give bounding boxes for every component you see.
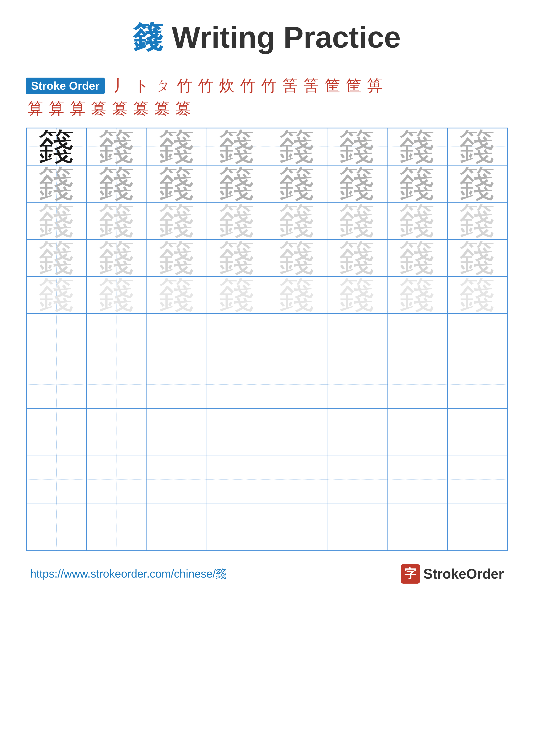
grid-cell[interactable]: 籛 — [27, 165, 87, 202]
practice-char: 籛 — [279, 240, 315, 276]
practice-char: 籛 — [399, 277, 436, 313]
practice-char: 籛 — [459, 240, 496, 276]
practice-grid: 籛 籛 籛 籛 籛 籛 籛 籛 籛 籛 籛 籛 籛 籛 籛 籛 — [26, 127, 508, 551]
grid-row-4: 籛 籛 籛 籛 籛 籛 籛 籛 — [27, 239, 507, 277]
grid-cell[interactable] — [327, 361, 387, 408]
grid-cell[interactable]: 籛 — [27, 128, 87, 165]
grid-cell[interactable]: 籛 — [327, 165, 387, 202]
practice-char: 籛 — [279, 166, 315, 202]
grid-cell[interactable] — [387, 361, 447, 408]
practice-char: 籛 — [339, 277, 375, 313]
grid-cell[interactable]: 籛 — [27, 202, 87, 239]
grid-cell[interactable]: 籛 — [387, 128, 447, 165]
grid-cell[interactable]: 籛 — [147, 277, 207, 313]
grid-cell[interactable] — [207, 361, 267, 408]
grid-cell[interactable]: 籛 — [267, 239, 327, 277]
grid-cell[interactable] — [447, 361, 507, 408]
stroke-2: ト — [132, 75, 152, 96]
grid-cell[interactable] — [387, 456, 447, 503]
grid-cell[interactable]: 籛 — [87, 277, 147, 313]
grid-cell[interactable] — [327, 313, 387, 361]
grid-cell[interactable] — [27, 313, 87, 361]
stroke-5: 竹 — [196, 75, 215, 96]
stroke-6: 炊 — [217, 75, 236, 96]
grid-cell[interactable] — [267, 361, 327, 408]
grid-cell[interactable]: 籛 — [267, 202, 327, 239]
grid-cell[interactable]: 籛 — [87, 239, 147, 277]
grid-cell[interactable]: 籛 — [387, 165, 447, 202]
grid-cell[interactable]: 籛 — [207, 277, 267, 313]
grid-cell[interactable] — [147, 408, 207, 456]
grid-cell[interactable]: 籛 — [387, 277, 447, 313]
grid-cell[interactable] — [387, 313, 447, 361]
grid-cell[interactable] — [447, 313, 507, 361]
grid-cell[interactable]: 籛 — [87, 128, 147, 165]
grid-row-10 — [27, 503, 507, 551]
grid-cell[interactable]: 籛 — [87, 165, 147, 202]
grid-cell[interactable] — [447, 408, 507, 456]
grid-cell[interactable] — [207, 313, 267, 361]
grid-cell[interactable] — [327, 456, 387, 503]
grid-cell[interactable] — [87, 503, 147, 551]
grid-cell[interactable]: 籛 — [147, 239, 207, 277]
practice-char: 籛 — [279, 202, 315, 239]
grid-cell[interactable]: 籛 — [267, 277, 327, 313]
grid-cell[interactable]: 籛 — [267, 165, 327, 202]
grid-cell[interactable]: 籛 — [327, 128, 387, 165]
grid-cell[interactable]: 籛 — [447, 128, 507, 165]
grid-cell[interactable] — [207, 408, 267, 456]
grid-cell[interactable]: 籛 — [207, 239, 267, 277]
grid-cell[interactable]: 籛 — [87, 202, 147, 239]
grid-cell[interactable] — [267, 408, 327, 456]
stroke-15: 算 — [47, 98, 66, 119]
grid-row-1: 籛 籛 籛 籛 籛 籛 籛 籛 — [27, 128, 507, 165]
grid-cell[interactable] — [267, 456, 327, 503]
stroke-11: 筐 — [323, 75, 342, 96]
grid-cell[interactable]: 籛 — [447, 277, 507, 313]
practice-char: 籛 — [279, 128, 315, 165]
grid-cell[interactable] — [447, 456, 507, 503]
grid-cell[interactable]: 籛 — [27, 277, 87, 313]
grid-cell[interactable]: 籛 — [447, 239, 507, 277]
grid-cell[interactable] — [147, 361, 207, 408]
grid-cell[interactable]: 籛 — [207, 202, 267, 239]
grid-cell[interactable]: 籛 — [27, 239, 87, 277]
grid-cell[interactable] — [327, 503, 387, 551]
grid-cell[interactable]: 籛 — [147, 202, 207, 239]
grid-cell[interactable]: 籛 — [447, 165, 507, 202]
grid-cell[interactable]: 籛 — [147, 128, 207, 165]
practice-char: 籛 — [159, 166, 195, 202]
grid-cell[interactable] — [147, 456, 207, 503]
grid-cell[interactable]: 籛 — [327, 239, 387, 277]
grid-cell[interactable]: 籛 — [387, 239, 447, 277]
grid-cell[interactable] — [267, 313, 327, 361]
grid-cell[interactable] — [207, 456, 267, 503]
grid-cell[interactable]: 籛 — [327, 277, 387, 313]
grid-cell[interactable] — [87, 456, 147, 503]
grid-table: 籛 籛 籛 籛 籛 籛 籛 籛 籛 籛 籛 籛 籛 籛 籛 籛 — [26, 128, 508, 551]
grid-cell[interactable] — [327, 408, 387, 456]
grid-cell[interactable] — [87, 361, 147, 408]
grid-cell[interactable]: 籛 — [447, 202, 507, 239]
grid-cell[interactable] — [387, 503, 447, 551]
grid-cell[interactable] — [27, 361, 87, 408]
grid-cell[interactable] — [147, 313, 207, 361]
grid-cell[interactable] — [87, 408, 147, 456]
grid-cell[interactable]: 籛 — [267, 128, 327, 165]
grid-cell[interactable] — [27, 456, 87, 503]
grid-cell[interactable] — [387, 408, 447, 456]
footer: https://www.strokeorder.com/chinese/籛 字 … — [26, 564, 508, 583]
grid-cell[interactable] — [447, 503, 507, 551]
grid-cell[interactable] — [147, 503, 207, 551]
grid-cell[interactable]: 籛 — [147, 165, 207, 202]
grid-cell[interactable]: 籛 — [207, 165, 267, 202]
grid-cell[interactable]: 籛 — [327, 202, 387, 239]
grid-cell[interactable] — [87, 313, 147, 361]
grid-cell[interactable] — [267, 503, 327, 551]
grid-cell[interactable] — [27, 503, 87, 551]
grid-cell[interactable] — [27, 408, 87, 456]
grid-cell[interactable] — [207, 503, 267, 551]
practice-char: 籛 — [159, 240, 195, 276]
grid-cell[interactable]: 籛 — [387, 202, 447, 239]
grid-cell[interactable]: 籛 — [207, 128, 267, 165]
